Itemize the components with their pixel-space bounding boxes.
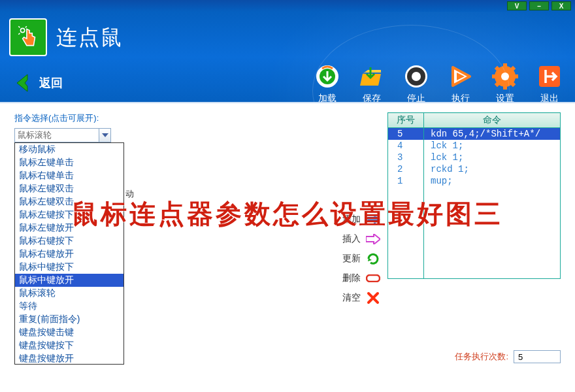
gear-icon	[491, 63, 519, 90]
dropdown-option[interactable]: 鼠标左键双击	[15, 195, 123, 208]
insert-button[interactable]: 插入	[342, 233, 380, 246]
dropdown-option[interactable]: 键盘按键击键	[15, 326, 123, 339]
svg-rect-12	[495, 66, 500, 71]
clear-button[interactable]: 清空	[342, 291, 380, 304]
svg-point-1	[316, 65, 338, 88]
table-row[interactable]: 3lck 1;	[388, 152, 561, 163]
instruction-select[interactable]: 鼠标滚轮	[14, 128, 111, 142]
chevron-down-icon	[99, 129, 110, 142]
exec-count: 任务执行次数:	[455, 350, 561, 363]
table-row[interactable]: 5kdn 65,4;/*Shift+A*/	[388, 128, 561, 140]
save-button[interactable]: 保存	[358, 63, 386, 102]
add-button[interactable]: 添加	[342, 213, 380, 226]
instruction-dropdown-list[interactable]: 移动鼠标鼠标左键单击鼠标右键单击鼠标左键双击鼠标左键双击鼠标左键按下鼠标左键放开…	[14, 142, 124, 365]
dropdown-option[interactable]: 鼠标左键单击	[15, 156, 123, 169]
version-button[interactable]: V	[507, 1, 527, 10]
dropdown-option[interactable]: 移动鼠标	[15, 143, 123, 156]
col-seq[interactable]: 序号	[388, 113, 424, 128]
toolbar: 加载 保存 停止 执行 设置	[314, 63, 563, 102]
dropdown-option[interactable]: 鼠标右键放开	[15, 248, 123, 261]
svg-point-2	[320, 69, 335, 84]
app-title: 连点鼠	[56, 24, 123, 52]
dropdown-option[interactable]: 鼠标右键单击	[15, 169, 123, 182]
stop-button[interactable]: 停止	[402, 63, 430, 102]
clear-icon	[366, 291, 380, 304]
load-button[interactable]: 加载	[314, 63, 341, 102]
refresh-icon	[366, 252, 380, 265]
delete-icon	[366, 272, 380, 285]
dropdown-option[interactable]: 鼠标中键放开	[15, 274, 123, 287]
dropdown-option[interactable]: 重复(前面指令)	[15, 313, 123, 326]
arrow-right-outline-icon	[366, 233, 380, 246]
minimize-button[interactable]: –	[529, 1, 549, 10]
run-icon	[447, 63, 474, 90]
table-row[interactable]: 4lck 1;	[388, 140, 561, 152]
settings-button[interactable]: 设置	[491, 63, 519, 102]
svg-rect-9	[503, 84, 507, 90]
titlebar: V – X	[0, 0, 575, 12]
app-logo	[9, 18, 47, 56]
back-button[interactable]: 返回	[12, 72, 63, 94]
close-button[interactable]: X	[551, 1, 571, 10]
col-cmd[interactable]: 命令	[424, 113, 561, 128]
content: 指令选择(点击可展开): 鼠标滚轮 移动鼠标鼠标左键单击鼠标右键单击鼠标左键双击…	[0, 102, 575, 392]
save-icon	[358, 63, 386, 90]
exec-count-label: 任务执行次数:	[455, 351, 508, 363]
dropdown-option[interactable]: 鼠标中键按下	[15, 261, 123, 274]
header: 连点鼠 返回 加载 保存 停止 执	[0, 12, 575, 102]
command-panel: 序号 命令 5kdn 65,4;/*Shift+A*/4lck 1;3lck 1…	[387, 112, 561, 279]
command-table: 序号 命令 5kdn 65,4;/*Shift+A*/4lck 1;3lck 1…	[387, 112, 561, 279]
svg-point-5	[412, 72, 421, 81]
table-row[interactable]: 2rckd 1;	[388, 163, 561, 175]
svg-rect-8	[503, 63, 507, 69]
arrow-right-icon	[366, 213, 380, 226]
update-button[interactable]: 更新	[342, 252, 380, 265]
action-buttons: 添加 插入 更新 删除 清空	[342, 213, 380, 304]
dropdown-option[interactable]: 鼠标右键按下	[15, 235, 123, 248]
svg-rect-17	[367, 275, 380, 282]
dropdown-option[interactable]: 鼠标滚轮	[15, 287, 123, 300]
dropdown-option[interactable]: 等待	[15, 300, 123, 313]
svg-rect-15	[495, 82, 500, 87]
svg-point-0	[20, 28, 24, 32]
dropdown-option[interactable]: 键盘按键按下	[15, 339, 123, 352]
dropdown-option[interactable]: 鼠标左键放开	[15, 221, 123, 235]
exec-count-input[interactable]	[514, 350, 561, 363]
back-label: 返回	[39, 75, 63, 91]
svg-rect-11	[513, 74, 518, 78]
dropdown-option[interactable]: 鼠标左键按下	[15, 208, 123, 221]
exit-icon	[536, 63, 563, 90]
table-row[interactable]: 1mup;	[388, 175, 561, 187]
dropdown-option[interactable]: 键盘按键放开	[15, 352, 123, 365]
svg-point-4	[407, 67, 425, 86]
dropdown-option[interactable]: 鼠标左键双击	[15, 182, 123, 195]
stop-icon	[402, 63, 430, 90]
exit-button[interactable]: 退出	[536, 63, 563, 102]
svg-rect-10	[492, 74, 497, 78]
load-icon	[314, 63, 341, 90]
delete-button[interactable]: 删除	[342, 272, 380, 285]
hand-click-icon	[14, 24, 42, 51]
run-button[interactable]: 执行	[447, 63, 474, 102]
activity-fragment: 动	[125, 188, 134, 200]
back-arrow-icon	[12, 72, 34, 94]
svg-point-7	[501, 73, 509, 80]
svg-point-3	[405, 65, 427, 88]
